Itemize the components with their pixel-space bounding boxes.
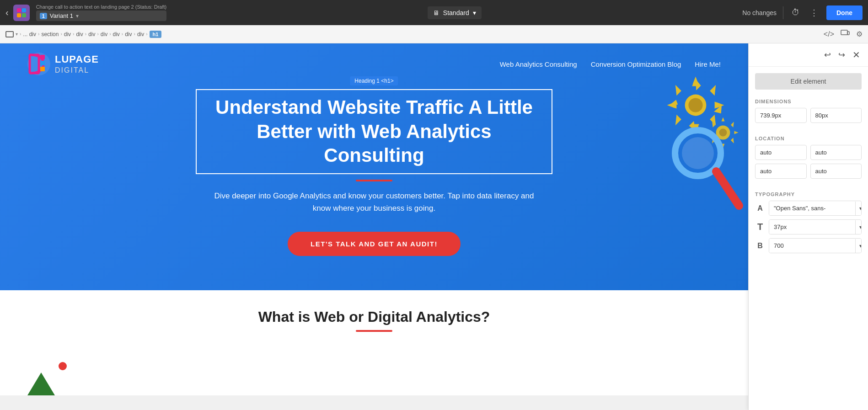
canvas: LUPAGE DIGITAL Web Analytics Consulting … xyxy=(0,43,748,410)
svg-marker-13 xyxy=(693,77,699,85)
logo-digital: DIGITAL xyxy=(55,66,99,75)
svg-rect-3 xyxy=(22,13,26,17)
breadcrumb-div-6[interactable]: div xyxy=(113,31,120,37)
font-weight-input[interactable] xyxy=(769,239,855,253)
redo-button[interactable]: ↪ xyxy=(837,48,847,61)
breadcrumb-h1[interactable]: h1 xyxy=(150,31,162,38)
page-title-area: Change call to action text on landing pa… xyxy=(36,4,167,21)
panel-header: ↩ ↪ ✕ xyxy=(749,43,868,67)
nav-link-blog[interactable]: Conversion Optimization Blog xyxy=(591,60,681,68)
svg-rect-10 xyxy=(40,67,45,71)
responsive-button[interactable] xyxy=(841,30,850,39)
breadcrumb-sep-9: › xyxy=(146,32,147,37)
breadcrumb-div-5[interactable]: div xyxy=(101,31,107,37)
breadcrumb-div-3[interactable]: div xyxy=(76,31,83,37)
svg-rect-4 xyxy=(841,30,847,35)
font-family-row: A ▾ xyxy=(755,201,862,216)
font-size-input[interactable] xyxy=(769,220,855,234)
height-input[interactable] xyxy=(810,108,862,123)
below-hero-underline xyxy=(356,330,392,332)
breadcrumb-frame-dropdown: ▾ xyxy=(16,32,18,37)
deco-triangle xyxy=(27,373,55,395)
toolbar-right: No changes ⏱ ⋮ Done xyxy=(742,5,863,20)
breadcrumb-sep-3: › xyxy=(73,32,74,37)
hero-subtext: Dive deeper into Google Analytics and kn… xyxy=(209,190,539,214)
breadcrumb-sep-0: › xyxy=(20,32,21,37)
breadcrumb-sep-6: › xyxy=(109,32,111,37)
typography-label: TYPOGRAPHY xyxy=(755,192,862,197)
more-options-button[interactable]: ⋮ xyxy=(808,6,820,20)
loc-right-input[interactable] xyxy=(810,145,862,160)
loc-left-input[interactable] xyxy=(810,164,862,179)
breadcrumb-div-8[interactable]: div xyxy=(137,31,144,37)
breadcrumb-sep-8: › xyxy=(134,32,135,37)
breadcrumb-sep-2: › xyxy=(60,32,62,37)
nav-link-analytics[interactable]: Web Analytics Consulting xyxy=(500,60,577,68)
right-panel: ↩ ↪ ✕ Edit element DIMENSIONS LOCATION xyxy=(748,43,868,410)
variant-dropdown-icon: ▾ xyxy=(76,13,79,19)
panel-close-button[interactable]: ✕ xyxy=(851,48,862,62)
settings-button[interactable]: ⚙ xyxy=(856,30,863,38)
logo-lupage: LUPAGE xyxy=(55,53,99,65)
toolbar-divider xyxy=(783,6,783,19)
breadcrumb-div-4[interactable]: div xyxy=(88,31,95,37)
font-family-wrapper: ▾ xyxy=(769,201,862,216)
page-subtitle: Change call to action text on landing pa… xyxy=(36,4,167,10)
svg-rect-5 xyxy=(847,32,849,35)
font-size-wrapper: ▾ xyxy=(769,219,862,234)
font-family-input[interactable] xyxy=(769,201,855,215)
variant-selector[interactable]: 1 Variant 1 ▾ xyxy=(36,11,167,21)
loc-top-input[interactable] xyxy=(755,145,807,160)
breadcrumb-bar: ▾ › ... div › section › div › div › div … xyxy=(0,25,868,43)
svg-rect-0 xyxy=(17,8,21,12)
breadcrumb-section[interactable]: section xyxy=(41,31,59,37)
breadcrumb-div-2[interactable]: div xyxy=(64,31,71,37)
breadcrumb-frame-selector[interactable]: ▾ xyxy=(5,31,18,37)
hero-cta-button[interactable]: LET'S TALK AND GET AN AUDIT! xyxy=(288,232,461,256)
device-selector[interactable]: 🖥 Standard ▾ xyxy=(428,6,482,19)
monitor-icon: 🖥 xyxy=(433,9,439,16)
breadcrumb-sep-4: › xyxy=(85,32,86,37)
main-area: LUPAGE DIGITAL Web Analytics Consulting … xyxy=(0,43,868,410)
typography-section: TYPOGRAPHY A ▾ T ▾ B xyxy=(749,187,868,261)
font-size-dropdown[interactable]: ▾ xyxy=(855,220,862,234)
hero-heading[interactable]: Understand Website Traffic A Little Bett… xyxy=(196,89,552,174)
breadcrumb-sep-7: › xyxy=(122,32,123,37)
svg-rect-1 xyxy=(22,8,26,12)
font-weight-dropdown[interactable]: ▾ xyxy=(855,239,862,253)
variant-name: Variant 1 xyxy=(50,12,73,19)
logo-text: LUPAGE DIGITAL xyxy=(55,53,99,75)
below-hero-section: What is Web or Digital Analytics? xyxy=(0,290,748,395)
hero-content: Heading 1 <h1> Understand Website Traffi… xyxy=(0,85,748,274)
edit-element-button[interactable]: Edit element xyxy=(755,73,862,90)
site-nav-links: Web Analytics Consulting Conversion Opti… xyxy=(500,60,721,68)
deco-circle xyxy=(59,362,67,370)
location-inputs-row1 xyxy=(755,145,862,160)
font-family-dropdown[interactable]: ▾ xyxy=(855,202,862,215)
font-weight-icon: B xyxy=(755,242,765,250)
h1-label: Heading 1 <h1> xyxy=(350,76,398,85)
undo-button[interactable]: ↩ xyxy=(823,48,832,61)
done-button[interactable]: Done xyxy=(826,5,863,20)
nav-link-hire[interactable]: Hire Me! xyxy=(695,60,721,68)
font-weight-wrapper: ▾ xyxy=(769,238,862,253)
site-logo: LUPAGE DIGITAL xyxy=(27,53,99,75)
breadcrumb-div-1[interactable]: ... div xyxy=(23,31,36,37)
breadcrumb-tools: </> ⚙ xyxy=(824,30,863,39)
font-weight-row: B ▾ xyxy=(755,238,862,253)
history-button[interactable]: ⏱ xyxy=(790,6,802,19)
svg-rect-9 xyxy=(40,61,45,65)
breadcrumb-div-7[interactable]: div xyxy=(125,31,132,37)
code-view-button[interactable]: </> xyxy=(824,30,834,38)
width-input[interactable] xyxy=(755,108,807,123)
hero-section: LUPAGE DIGITAL Web Analytics Consulting … xyxy=(0,43,748,290)
back-button[interactable]: ‹ xyxy=(5,7,9,18)
loc-bottom-input[interactable] xyxy=(755,164,807,179)
breadcrumb-sep-1: › xyxy=(38,32,39,37)
dimensions-label: DIMENSIONS xyxy=(755,99,862,104)
svg-rect-2 xyxy=(17,13,21,17)
app-logo xyxy=(13,5,30,21)
device-dropdown-icon: ▾ xyxy=(473,9,476,16)
logo-icon xyxy=(27,53,50,75)
location-inputs-row2 xyxy=(755,164,862,179)
